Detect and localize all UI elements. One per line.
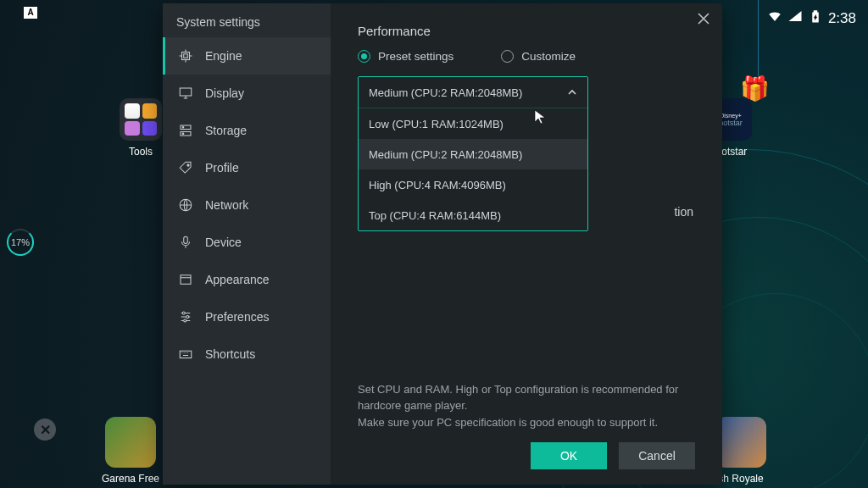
game-tile-icon (105, 417, 156, 468)
gift-string (758, 0, 759, 76)
dropdown-option-low[interactable]: Low (CPU:1 RAM:1024MB) (359, 108, 587, 139)
dropdown-list: Low (CPU:1 RAM:1024MB) Medium (CPU:2 RAM… (359, 108, 587, 230)
section-heading: Performance (358, 24, 695, 38)
wifi-icon (767, 8, 782, 28)
hint-line: Set CPU and RAM. High or Top configurati… (358, 381, 695, 414)
svg-point-11 (182, 312, 185, 314)
nav-label: Display (205, 86, 244, 100)
hint-line: Make sure your PC specification is good … (358, 414, 695, 431)
battery-icon (808, 8, 823, 28)
drive-icon (178, 123, 193, 138)
dropdown-option-top[interactable]: Top (CPU:4 RAM:6144MB) (359, 200, 587, 230)
game-garena[interactable]: Garena Free (100, 417, 161, 485)
radio-icon (501, 50, 514, 63)
radio-preset[interactable]: Preset settings (358, 50, 453, 63)
folder-label: Tools (114, 146, 168, 158)
preset-dropdown[interactable]: Medium (CPU:2 RAM:2048MB) Low (CPU:1 RAM… (358, 76, 588, 231)
nav-label: Device (205, 236, 242, 249)
nav-preferences[interactable]: Preferences (163, 298, 331, 336)
svg-rect-1 (184, 54, 188, 58)
nav-device[interactable]: Device (163, 224, 331, 261)
nav-display[interactable]: Display (163, 75, 331, 112)
svg-point-6 (182, 133, 184, 135)
status-bar: 2:38 (767, 8, 856, 28)
nav-label: Preferences (205, 310, 269, 324)
svg-rect-10 (181, 275, 191, 285)
modal-title: System settings (163, 15, 331, 37)
app-indicator-icon: A (24, 7, 37, 19)
button-row: OK Cancel (358, 442, 695, 469)
svg-point-7 (187, 164, 189, 166)
keyboard-icon (178, 347, 193, 362)
settings-modal: System settings Engine Display Storage P… (163, 3, 722, 485)
nav-engine[interactable]: Engine (163, 37, 331, 75)
folder-icon (120, 98, 162, 141)
sliders-icon (178, 309, 193, 324)
svg-point-5 (182, 127, 184, 129)
nav-label: Appearance (205, 273, 270, 286)
window-icon (178, 272, 193, 287)
progress-ring: 17% (7, 229, 34, 256)
tag-icon (178, 160, 193, 175)
dropdown-option-high[interactable]: High (CPU:4 RAM:4096MB) (359, 169, 587, 200)
svg-rect-2 (180, 88, 192, 96)
dropdown-value: Medium (CPU:2 RAM:2048MB) (369, 86, 522, 99)
clock-text: 2:38 (828, 10, 856, 27)
settings-content: Performance Preset settings Customize Me… (331, 3, 722, 485)
game-label: Garena Free (100, 473, 161, 485)
svg-rect-9 (184, 236, 188, 243)
globe-icon (178, 197, 193, 213)
nav-network[interactable]: Network (163, 186, 331, 224)
svg-point-13 (184, 319, 186, 322)
nav-label: Network (205, 198, 248, 212)
mic-icon (178, 235, 193, 250)
svg-point-12 (186, 316, 189, 319)
cpu-icon (178, 48, 193, 64)
svg-rect-0 (182, 53, 190, 60)
radio-group: Preset settings Customize (358, 50, 695, 63)
nav-shortcuts[interactable]: Shortcuts (163, 336, 331, 373)
nav-appearance[interactable]: Appearance (163, 261, 331, 298)
radio-icon (358, 50, 370, 63)
nav-label: Shortcuts (205, 347, 255, 361)
signal-icon (787, 8, 803, 28)
radio-customize[interactable]: Customize (501, 50, 576, 63)
chevron-up-icon (567, 87, 577, 97)
hint-text: Set CPU and RAM. High or Top configurati… (358, 381, 695, 443)
game-tile-icon (715, 417, 766, 468)
obscured-text: tion (674, 205, 693, 219)
settings-sidebar: System settings Engine Display Storage P… (163, 3, 331, 485)
ok-button[interactable]: OK (531, 442, 607, 469)
radio-label: Preset settings (378, 50, 453, 63)
dropdown-option-medium[interactable]: Medium (CPU:2 RAM:2048MB) (359, 139, 587, 169)
svg-rect-14 (180, 351, 192, 358)
cancel-button[interactable]: Cancel (619, 442, 695, 469)
nav-profile[interactable]: Profile (163, 149, 331, 186)
dropdown-selected[interactable]: Medium (CPU:2 RAM:2048MB) (359, 77, 587, 108)
radio-label: Customize (521, 50, 576, 63)
nav-storage[interactable]: Storage (163, 112, 331, 149)
nav-label: Profile (205, 161, 239, 175)
nav-label: Storage (205, 124, 247, 137)
monitor-icon (178, 86, 193, 101)
dismiss-button[interactable]: ✕ (34, 419, 56, 441)
nav-label: Engine (205, 49, 242, 63)
folder-tools[interactable]: Tools (114, 98, 168, 158)
